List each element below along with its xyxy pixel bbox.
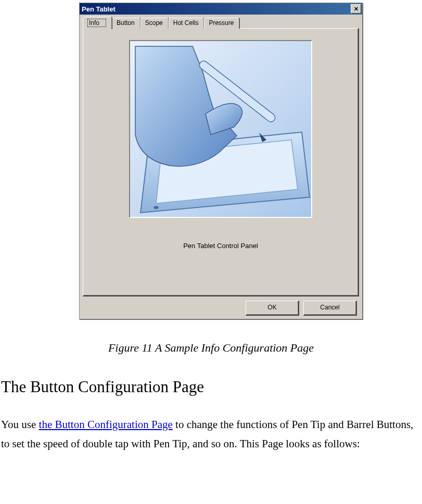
dialog-body: Info Button Scope Hot Cells Pressure [80,15,362,319]
cancel-button[interactable]: Cancel [303,301,357,316]
close-button[interactable]: ✕ [351,4,361,14]
panel-caption: Pen Tablet Control Panel [95,242,347,250]
titlebar: Pen Tablet ✕ [80,3,362,15]
tab-pressure[interactable]: Pressure [204,18,239,29]
body-paragraph: You use the Button Configuration Page to… [1,415,421,454]
tab-hot-cells[interactable]: Hot Cells [169,18,204,29]
figure-caption: Figure 11 A Sample Info Configuration Pa… [0,341,422,355]
product-image [129,40,312,218]
window-title: Pen Tablet [82,5,351,13]
tab-row: Info Button Scope Hot Cells Pressure [83,17,359,29]
button-config-link[interactable]: the Button Configuration Page [39,418,173,431]
ok-button[interactable]: OK [246,301,299,316]
close-icon: ✕ [354,6,359,12]
pen-tablet-dialog: Pen Tablet ✕ Info Button Scope Hot Cells… [79,3,363,319]
dialog-button-row: OK Cancel [83,301,359,316]
pen-tablet-illustration [130,41,311,217]
tab-label: Info [87,19,106,27]
tab-button[interactable]: Button [112,18,140,29]
section-heading: The Button Configuration Page [1,378,422,396]
tab-panel: Pen Tablet Control Panel [83,28,359,296]
tab-scope[interactable]: Scope [140,18,169,29]
tab-info[interactable]: Info [83,17,112,29]
document-page: Pen Tablet ✕ Info Button Scope Hot Cells… [0,3,422,464]
para-text-pre: You use [1,418,39,431]
svg-point-1 [154,206,159,209]
